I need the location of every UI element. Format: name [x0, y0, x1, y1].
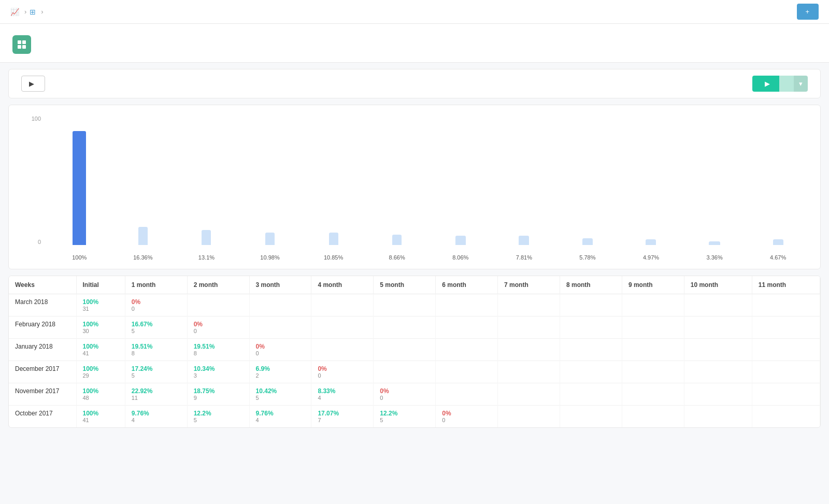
cell-pct-4-4: 8.33% — [318, 387, 367, 395]
chart-label-11: 4.67% — [746, 254, 810, 261]
cell-5-9 — [622, 406, 684, 428]
page-header-left — [12, 34, 42, 54]
cell-0-6 — [436, 294, 498, 316]
cell-4-10 — [684, 383, 752, 406]
save-button[interactable] — [779, 76, 794, 92]
cell-num-5-0: 41 — [83, 417, 119, 423]
cell-num-4-4: 4 — [318, 395, 367, 401]
chart-bar-col-1 — [111, 116, 175, 245]
col-header-8: 7 month — [498, 276, 560, 294]
cell-1-4 — [311, 316, 374, 339]
cell-num-5-4: 7 — [318, 417, 367, 423]
chart-label-1: 16.36% — [111, 254, 175, 261]
cell-5-4: 17.07%7 — [311, 406, 374, 428]
cell-4-6 — [436, 383, 498, 406]
chevron-down-icon: ▾ — [799, 80, 803, 88]
col-header-7: 6 month — [436, 276, 498, 294]
play-icon: ▶ — [29, 80, 34, 88]
run-button[interactable]: ▶ — [752, 76, 779, 92]
save-dropdown-button[interactable]: ▾ — [794, 76, 808, 92]
chart-label-10: 3.36% — [683, 254, 747, 261]
retention-table: WeeksInitial1 month2 month3 month4 month… — [9, 276, 820, 427]
cell-1-2: 0%0 — [187, 316, 249, 339]
cell-num-1-2: 0 — [194, 328, 243, 334]
cell-4-1: 22.92%11 — [125, 383, 187, 406]
table-body: March 2018100%310%0February 2018100%3016… — [9, 294, 820, 428]
cell-pct-3-4: 0% — [318, 365, 367, 372]
cell-pct-5-1: 9.76% — [132, 410, 181, 417]
table-row: February 2018100%3016.67%50%0 — [9, 316, 820, 339]
cell-1-6 — [436, 316, 498, 339]
cell-3-9 — [622, 361, 684, 383]
run-icon: ▶ — [765, 80, 770, 88]
table-row: December 2017100%2917.24%510.34%36.9%20%… — [9, 361, 820, 383]
analyze-icon: 📈 — [10, 8, 19, 16]
cell-pct-5-4: 17.07% — [318, 410, 367, 417]
breadcrumb-sep-1: › — [24, 8, 26, 16]
cell-4-2: 18.75%9 — [187, 383, 249, 406]
cell-3-5 — [374, 361, 436, 383]
week-label-5: October 2017 — [9, 406, 76, 428]
table-row: October 2017100%419.76%412.2%59.76%417.0… — [9, 406, 820, 428]
new-report-button[interactable]: + — [797, 4, 819, 20]
cell-num-3-4: 0 — [318, 372, 367, 379]
cell-3-6 — [436, 361, 498, 383]
cell-pct-2-3: 0% — [256, 343, 305, 350]
cell-num-3-3: 2 — [256, 372, 305, 379]
col-header-10: 9 month — [622, 276, 684, 294]
cell-0-3 — [249, 294, 311, 316]
cell-4-4: 8.33%4 — [311, 383, 374, 406]
week-label-2: January 2018 — [9, 339, 76, 361]
cell-1-1: 16.67%5 — [125, 316, 187, 339]
chart-bar-col-11 — [746, 116, 810, 245]
chart-bar-col-4 — [302, 116, 365, 245]
cell-num-1-1: 5 — [132, 328, 181, 334]
cell-2-11 — [752, 339, 820, 361]
cell-pct-5-0: 100% — [83, 410, 119, 417]
cell-pct-5-3: 9.76% — [256, 410, 305, 417]
cell-num-3-0: 29 — [83, 372, 119, 379]
cell-pct-4-1: 22.92% — [132, 387, 181, 395]
chart-bar-col-2 — [175, 116, 238, 245]
cell-2-3: 0%0 — [249, 339, 311, 361]
breadcrumb-analyze[interactable]: 📈 — [10, 8, 21, 16]
svg-rect-1 — [22, 40, 26, 44]
cell-pct-3-0: 100% — [83, 365, 119, 372]
cell-4-9 — [622, 383, 684, 406]
week-label-0: March 2018 — [9, 294, 76, 316]
cell-num-5-2: 5 — [194, 417, 243, 423]
cell-5-3: 9.76%4 — [249, 406, 311, 428]
svg-rect-0 — [18, 40, 21, 44]
plus-icon: + — [805, 8, 809, 16]
col-header-4: 3 month — [249, 276, 311, 294]
cell-num-2-2: 8 — [194, 350, 243, 356]
cell-3-0: 100%29 — [76, 361, 125, 383]
toolbar: ▶ ▶ ▾ — [8, 69, 821, 98]
cell-pct-5-2: 12.2% — [194, 410, 243, 417]
chart-bar-col-7 — [492, 116, 556, 245]
chart-bar-col-6 — [428, 116, 492, 245]
cell-num-0-0: 31 — [83, 306, 119, 312]
cell-pct-1-2: 0% — [194, 321, 243, 328]
cell-pct-4-3: 10.42% — [256, 387, 305, 395]
cell-4-5: 0%0 — [374, 383, 436, 406]
cell-num-4-2: 9 — [194, 395, 243, 401]
cell-5-8 — [560, 406, 622, 428]
chart-label-9: 4.97% — [619, 254, 683, 261]
cell-4-0: 100%48 — [76, 383, 125, 406]
cell-pct-5-5: 12.2% — [380, 410, 429, 417]
cell-1-3 — [249, 316, 311, 339]
week-label-3: December 2017 — [9, 361, 76, 383]
table-row: November 2017100%4822.92%1118.75%910.42%… — [9, 383, 820, 406]
col-header-11: 10 month — [684, 276, 752, 294]
cell-1-8 — [560, 316, 622, 339]
chart-label-8: 5.78% — [556, 254, 620, 261]
cell-pct-1-0: 100% — [83, 321, 119, 328]
chart-label-2: 13.1% — [175, 254, 238, 261]
breadcrumb-retention[interactable]: ⊞ — [30, 8, 38, 16]
col-header-0: Weeks — [9, 276, 76, 294]
configure-report-button[interactable]: ▶ — [21, 76, 45, 92]
breadcrumb-sep-2: › — [41, 8, 43, 16]
cell-0-7 — [498, 294, 560, 316]
cell-num-1-0: 30 — [83, 328, 119, 334]
